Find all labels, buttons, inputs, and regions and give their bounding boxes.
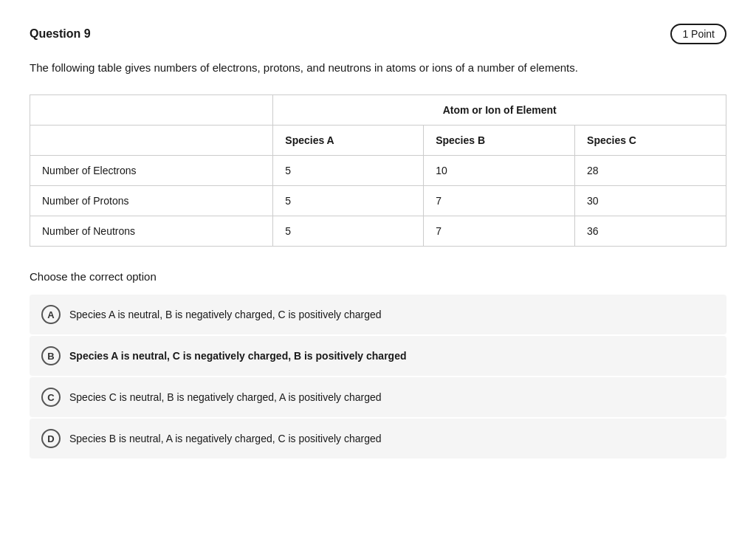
question-title: Question 9 <box>30 27 91 41</box>
cell-c: 36 <box>575 216 726 247</box>
col-species-c: Species C <box>575 126 726 156</box>
question-text: The following table gives numbers of ele… <box>30 59 726 77</box>
cell-c: 28 <box>575 156 726 186</box>
options-list: A Species A is neutral, B is negatively … <box>30 295 726 458</box>
cell-b: 7 <box>424 216 575 247</box>
empty-header <box>30 95 273 126</box>
cell-a: 5 <box>273 186 424 216</box>
row-label: Number of Electrons <box>30 156 273 186</box>
col-species-a: Species A <box>273 126 424 156</box>
table-row: Number of Neutrons 5 7 36 <box>30 216 726 247</box>
option-a[interactable]: A Species A is neutral, B is negatively … <box>30 295 726 334</box>
row-label: Number of Protons <box>30 186 273 216</box>
table-row: Number of Protons 5 7 30 <box>30 186 726 216</box>
cell-a: 5 <box>273 156 424 186</box>
option-text-c: Species C is neutral, B is negatively ch… <box>69 391 382 403</box>
data-table: Atom or Ion of Element Species A Species… <box>30 94 726 247</box>
option-b[interactable]: B Species A is neutral, C is negatively … <box>30 336 726 376</box>
option-circle-a: A <box>41 305 61 324</box>
choose-label: Choose the correct option <box>30 270 726 283</box>
table-row: Number of Electrons 5 10 28 <box>30 156 726 186</box>
option-text-d: Species B is neutral, A is negatively ch… <box>69 433 382 444</box>
option-text-b: Species A is neutral, C is negatively ch… <box>69 350 406 362</box>
option-text-a: Species A is neutral, B is negatively ch… <box>69 309 382 320</box>
col-species-b: Species B <box>424 126 575 156</box>
cell-b: 7 <box>424 186 575 216</box>
row-label: Number of Neutrons <box>30 216 273 247</box>
question-header: Question 9 1 Point <box>30 24 726 44</box>
atom-ion-header: Atom or Ion of Element <box>273 95 726 126</box>
option-circle-b: B <box>41 346 61 365</box>
col-empty <box>30 126 273 156</box>
option-d[interactable]: D Species B is neutral, A is negatively … <box>30 419 726 458</box>
cell-b: 10 <box>424 156 575 186</box>
cell-a: 5 <box>273 216 424 247</box>
points-badge: 1 Point <box>670 24 726 44</box>
cell-c: 30 <box>575 186 726 216</box>
option-c[interactable]: C Species C is neutral, B is negatively … <box>30 377 726 417</box>
option-circle-c: C <box>41 388 61 407</box>
option-circle-d: D <box>41 429 61 448</box>
